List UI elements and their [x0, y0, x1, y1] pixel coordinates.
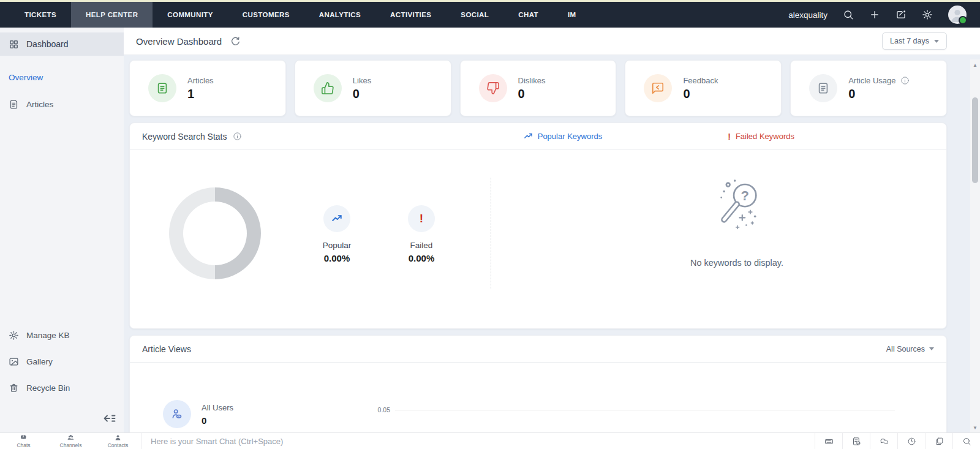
contacts-label: Contacts [108, 442, 129, 448]
stat-label: Articles [187, 76, 214, 85]
online-status-dot [959, 16, 967, 25]
stat-card-article-usage: Article Usage 0 [790, 60, 947, 116]
stat-value: 0 [683, 87, 718, 101]
top-navigation-bar: TICKETS HELP CENTER COMMUNITY CUSTOMERS … [0, 2, 980, 28]
all-users-value: 0 [202, 415, 206, 426]
stat-label: Article Usage [848, 76, 895, 85]
chats-button[interactable]: Chats [0, 433, 47, 449]
all-sources-dropdown[interactable]: All Sources [886, 345, 934, 353]
sidebar-articles-label: Articles [26, 100, 53, 109]
scrollbar-thumb[interactable] [972, 97, 978, 183]
scrollbar-down-arrow[interactable]: ▼ [970, 423, 980, 432]
keyword-links: Popular Keywords ! Failed Keywords [524, 132, 934, 141]
stat-value: 0 [353, 87, 371, 101]
sidebar-collapse-icon[interactable] [102, 412, 116, 424]
tasks-note-icon[interactable] [842, 433, 870, 449]
article-views-body: All Users 0 0.05 [130, 363, 946, 433]
chat-bubbles-icon[interactable] [870, 433, 897, 449]
vertical-scrollbar[interactable]: ▲ ▼ [970, 59, 980, 433]
sidebar-item-manage-kb[interactable]: Manage KB [0, 322, 124, 349]
stat-card-likes: Likes 0 [295, 60, 451, 116]
nav-tab-tickets[interactable]: TICKETS [10, 2, 71, 28]
info-icon[interactable] [233, 132, 242, 141]
nav-tab-activities[interactable]: ACTIVITIES [375, 2, 446, 28]
nav-tab-customers[interactable]: CUSTOMERS [228, 2, 304, 28]
y-axis-tick-label: 0.05 [363, 406, 390, 413]
dashboard-content: Articles 1 Likes 0 Dislikes [129, 55, 947, 433]
keyword-panel-header: Keyword Search Stats Popular Keywords ! [130, 123, 946, 150]
chats-label: Chats [17, 442, 30, 448]
stat-card-articles: Articles 1 [129, 60, 286, 116]
sidebar-dashboard-label: Dashboard [26, 39, 69, 49]
sidebar-manage-kb-label: Manage KB [26, 331, 70, 340]
user-avatar[interactable] [948, 6, 967, 24]
add-icon[interactable] [869, 9, 880, 20]
nav-tab-im[interactable]: IM [553, 2, 591, 28]
sidebar-recycle-bin-label: Recycle Bin [26, 383, 70, 393]
stat-label: Feedback [683, 76, 718, 85]
failed-keywords-label: Failed Keywords [736, 132, 794, 141]
sidebar-item-recycle-bin[interactable]: Recycle Bin [0, 375, 124, 401]
nav-tab-community[interactable]: COMMUNITY [153, 2, 228, 28]
manage-kb-gear-icon [9, 330, 19, 341]
recycle-bin-trash-icon [9, 383, 19, 393]
settings-gear-icon[interactable] [922, 9, 933, 20]
svg-text:?: ? [741, 188, 748, 203]
nav-right-cluster: alexquality [788, 2, 980, 28]
channels-label: Channels [60, 442, 82, 448]
page-title: Overview Dashboard [136, 36, 222, 47]
sidebar-item-dashboard[interactable]: Dashboard [0, 32, 124, 56]
feedback-notification-icon[interactable] [895, 9, 907, 20]
chart-gridline [395, 410, 895, 410]
all-sources-label: All Sources [886, 345, 925, 353]
keyboard-shortcuts-icon[interactable] [815, 433, 842, 449]
empty-state-message: No keywords to display. [639, 258, 835, 268]
nav-tab-social[interactable]: SOCIAL [446, 2, 503, 28]
sidebar-bottom-group: Manage KB Gallery Recycle Bin [0, 322, 124, 401]
keyword-donut-chart [169, 187, 261, 279]
stat-label: Likes [353, 76, 371, 85]
search-icon[interactable] [952, 433, 980, 449]
sidebar-item-articles[interactable]: Articles [0, 92, 124, 116]
popular-stat-label: Popular [309, 241, 364, 250]
article-views-title: Article Views [142, 344, 191, 354]
trending-up-icon [323, 205, 350, 232]
sidebar-item-overview[interactable]: Overview [0, 66, 124, 89]
portal-name[interactable]: alexquality [788, 10, 827, 20]
main-content-area: Overview Dashboard Last 7 days Articles … [124, 28, 980, 433]
feedback-chat-icon [644, 74, 672, 102]
sidebar-item-gallery[interactable]: Gallery [0, 349, 124, 375]
keywords-empty-state: ? No keywords to display. [639, 175, 835, 268]
stat-value: 0 [518, 87, 546, 101]
article-views-panel: Article Views All Sources All Users 0 0.… [129, 335, 947, 433]
history-clock-icon[interactable] [897, 433, 925, 449]
smart-chat-input[interactable] [142, 437, 815, 446]
failed-keywords-link[interactable]: ! Failed Keywords [728, 132, 794, 141]
all-users-icon [163, 400, 191, 428]
stat-cards-row: Articles 1 Likes 0 Dislikes [129, 60, 947, 116]
scrollbar-up-arrow[interactable]: ▲ [970, 61, 980, 69]
keyword-panel-title: Keyword Search Stats [142, 132, 227, 141]
copy-stack-icon[interactable] [925, 433, 952, 449]
popular-keywords-link[interactable]: Popular Keywords [524, 132, 603, 141]
nav-tab-analytics[interactable]: ANALYTICS [304, 2, 375, 28]
exclamation-icon: ! [408, 205, 435, 232]
stat-card-feedback: Feedback 0 [625, 60, 782, 116]
search-icon[interactable] [843, 9, 854, 20]
channels-button[interactable]: Channels [47, 433, 94, 449]
failed-stat-label: Failed [394, 241, 449, 250]
sidebar-overview-label: Overview [9, 73, 43, 82]
date-range-dropdown[interactable]: Last 7 days [882, 32, 947, 50]
nav-tab-help-center[interactable]: HELP CENTER [71, 2, 153, 28]
nav-tab-chat[interactable]: CHAT [503, 2, 553, 28]
dashed-divider [491, 178, 491, 289]
chevron-down-icon [929, 347, 934, 350]
info-icon[interactable] [900, 76, 910, 85]
sidebar-gallery-label: Gallery [26, 357, 53, 366]
article-views-header: Article Views All Sources [130, 336, 946, 363]
article-usage-document-icon [809, 74, 837, 102]
refresh-icon[interactable] [230, 36, 241, 47]
stat-value: 1 [187, 87, 214, 101]
contacts-button[interactable]: Contacts [94, 433, 141, 449]
gallery-image-icon [9, 357, 19, 367]
